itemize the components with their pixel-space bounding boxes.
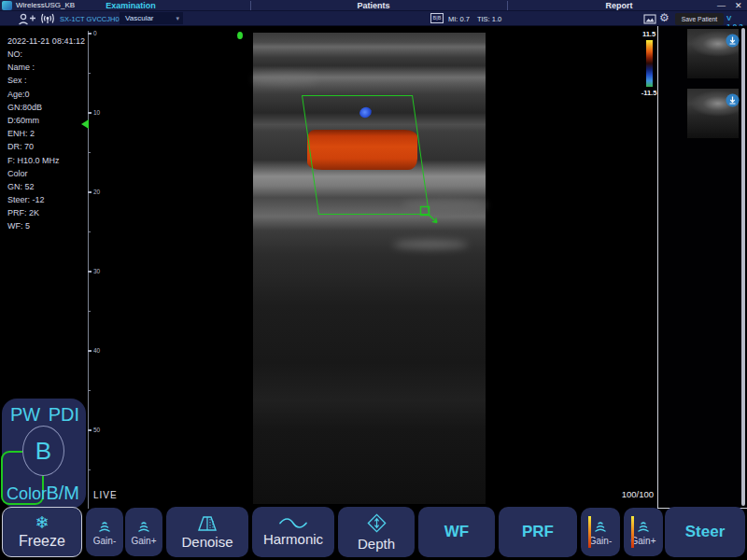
denoise-button[interactable]: Denoise — [166, 507, 248, 557]
tab-divider — [507, 1, 508, 10]
tissue-streak — [393, 240, 468, 249]
gain-waves-icon — [134, 519, 153, 534]
caret-down-icon: ▾ — [176, 12, 179, 24]
app-icon — [2, 1, 12, 10]
mode-bm-button[interactable]: B/M — [46, 483, 79, 504]
harmonic-button[interactable]: Harmonic — [252, 507, 334, 557]
snowflake-icon: ❄ — [35, 514, 49, 531]
gain-waves-icon — [634, 519, 653, 534]
exam-datetime: 2022-11-21 08:41:12 — [7, 36, 85, 46]
download-icon[interactable] — [726, 34, 740, 48]
ruler-tick-minor — [88, 311, 91, 312]
mode-pdi-button[interactable]: PDI — [49, 404, 79, 426]
ruler-tick-label: 20 — [93, 189, 100, 195]
param-line: GN:80dB — [7, 103, 60, 116]
param-line: Name : — [7, 63, 60, 76]
freeze-button[interactable]: ❄ Freeze — [2, 507, 82, 557]
mode-pw-button[interactable]: PW — [10, 404, 40, 426]
ruler-tick — [88, 350, 92, 352]
wireless-usg-app: WirelessUSG_KB Examination Patients Repo… — [0, 0, 747, 560]
main-display: 2022-11-21 08:41:12 NO:Name :Sex :Age:0G… — [0, 26, 747, 509]
ruler-tick-label: 10 — [93, 109, 100, 116]
wf-button[interactable]: WF — [418, 507, 495, 557]
tab-divider — [250, 1, 251, 10]
param-line: F: H10.0 MHz — [7, 156, 60, 169]
ruler-tick — [88, 191, 92, 193]
prf-button[interactable]: PRF — [499, 507, 577, 557]
ruler-tick-minor — [88, 390, 91, 391]
steer-button[interactable]: Steer — [665, 507, 745, 557]
ruler-tick-minor — [88, 469, 91, 470]
depth-diamond-icon — [366, 512, 388, 534]
param-line: Sex : — [7, 76, 60, 89]
roi-resize-handle[interactable] — [419, 205, 444, 228]
param-line: NO: — [7, 49, 60, 63]
frame-counter: 100/100 — [614, 489, 654, 499]
mi-value: MI: 0.7 — [448, 15, 470, 23]
dual-image-icon[interactable]: B|B — [430, 13, 444, 23]
exam-preset-select[interactable]: Vascular ▾ — [120, 12, 183, 24]
device-id: SX-1CT GVCCJH034 — [60, 15, 127, 23]
param-line: PRF: 2K — [7, 208, 60, 221]
live-status: LIVE — [93, 490, 118, 500]
b-gain-minus-button[interactable]: Gain- — [86, 508, 123, 556]
thumbnail-scrollbar[interactable] — [741, 28, 745, 506]
wave-icon — [277, 517, 309, 529]
ruler-tick-label: 30 — [93, 268, 100, 274]
save-patient-data-button[interactable]: Save Patient Data — [675, 13, 724, 25]
parameter-list: NO:Name :Sex :Age:0GN:80dBD:60mmENH: 2DR… — [7, 49, 60, 235]
ruler-tick-label: 40 — [93, 347, 100, 354]
ruler-tick — [88, 112, 92, 114]
add-patient-icon[interactable] — [17, 12, 37, 26]
colorbar-gradient — [646, 40, 653, 87]
ruler-tick-minor — [88, 231, 91, 232]
param-line: Age:0 — [7, 90, 60, 103]
ruler-tick-label: 0 — [93, 30, 97, 36]
param-line: Color — [7, 169, 60, 182]
download-icon[interactable] — [726, 93, 740, 107]
orientation-marker — [237, 32, 243, 39]
color-roi-box[interactable] — [302, 95, 430, 215]
mode-b-button[interactable]: B — [22, 426, 64, 476]
title-bar: WirelessUSG_KB Examination Patients Repo… — [0, 0, 747, 11]
ruler-tick-label: 50 — [93, 427, 100, 433]
param-line: DR: 70 — [7, 142, 60, 155]
param-line: Steer: -12 — [7, 195, 60, 208]
param-line: WF: 5 — [7, 221, 60, 234]
thumbnail-panel — [657, 26, 747, 509]
probe-signal-icon — [39, 12, 56, 26]
param-line: GN: 52 — [7, 182, 60, 195]
b-gain-plus-button[interactable]: Gain+ — [125, 508, 162, 556]
export-image-icon[interactable] — [643, 14, 656, 24]
gear-icon[interactable]: ⚙ — [659, 11, 669, 24]
depth-button[interactable]: Depth — [338, 507, 415, 557]
gain-waves-icon — [591, 519, 610, 534]
ruler-tick — [88, 429, 92, 431]
control-bar: ❄ Freeze Gain- Gain+ Denoise — [0, 504, 747, 560]
param-line: D:60mm — [7, 116, 60, 129]
depth-ruler — [88, 31, 89, 509]
ruler-tick — [88, 33, 92, 35]
gain-gradient-bar — [588, 516, 591, 548]
ruler-tick — [88, 271, 92, 273]
tab-examination[interactable]: Examination — [56, 0, 205, 11]
gain-gradient-bar — [631, 516, 634, 548]
mode-selector-pad: PW PDI Color B/M B — [2, 399, 86, 509]
toolbar: SX-1CT GVCCJH034 Vascular ▾ B|B MI: 0.7T… — [0, 11, 747, 26]
tab-report[interactable]: Report — [544, 0, 694, 11]
tab-patients[interactable]: Patients — [299, 0, 448, 11]
focus-marker-icon[interactable] — [81, 119, 89, 129]
tissue-streak — [253, 75, 318, 84]
minimize-button[interactable]: — — [717, 1, 726, 10]
tis-value: TIS: 1.0 — [477, 15, 501, 23]
ruler-tick-minor — [88, 73, 91, 74]
color-gain-minus-button[interactable]: Gain- — [581, 508, 620, 556]
ruler-tick-minor — [88, 152, 91, 153]
preset-value: Vascular — [125, 14, 154, 22]
color-gain-plus-button[interactable]: Gain+ — [624, 508, 663, 556]
probe-fan-icon — [194, 515, 220, 532]
param-line: ENH: 2 — [7, 129, 60, 142]
close-button[interactable]: ✕ — [735, 1, 742, 10]
mode-color-button[interactable]: Color — [7, 484, 47, 504]
acoustic-indices: MI: 0.7TIS: 1.0 — [448, 15, 509, 23]
